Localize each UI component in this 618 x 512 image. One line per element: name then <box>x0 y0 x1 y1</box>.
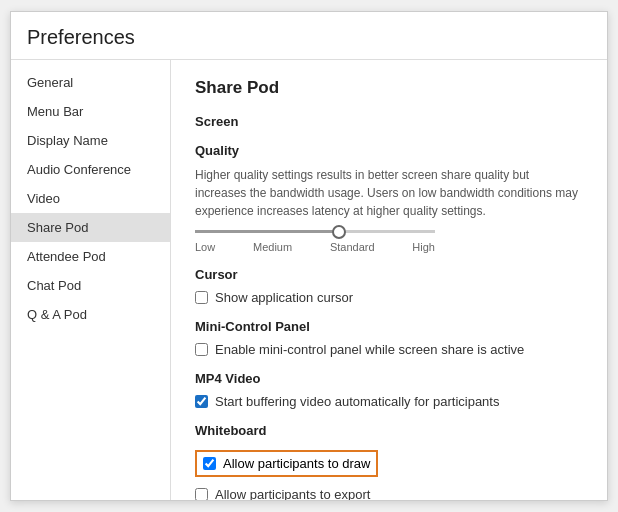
sidebar-item-audio-conference[interactable]: Audio Conference <box>11 155 170 184</box>
sidebar-item-qa-pod[interactable]: Q & A Pod <box>11 300 170 329</box>
allow-draw-label: Allow participants to draw <box>223 456 370 471</box>
whiteboard-section-title: Whiteboard <box>195 423 583 438</box>
allow-export-checkbox[interactable] <box>195 488 208 500</box>
sidebar-item-menu-bar[interactable]: Menu Bar <box>11 97 170 126</box>
slider-label-high: High <box>412 241 435 253</box>
main-heading: Share Pod <box>195 78 583 98</box>
slider-label-low: Low <box>195 241 215 253</box>
slider-track <box>195 230 435 233</box>
slider-labels: Low Medium Standard High <box>195 241 435 253</box>
sidebar-item-share-pod[interactable]: Share Pod <box>11 213 170 242</box>
sidebar-item-video[interactable]: Video <box>11 184 170 213</box>
sidebar-item-display-name[interactable]: Display Name <box>11 126 170 155</box>
sidebar-item-attendee-pod[interactable]: Attendee Pod <box>11 242 170 271</box>
allow-export-row: Allow participants to export <box>195 487 583 500</box>
slider-thumb <box>332 225 346 239</box>
show-cursor-checkbox[interactable] <box>195 291 208 304</box>
allow-draw-checkbox[interactable] <box>203 457 216 470</box>
sidebar: GeneralMenu BarDisplay NameAudio Confere… <box>11 60 171 500</box>
quality-section-title: Quality <box>195 143 583 158</box>
slider-fill <box>195 230 339 233</box>
title-bar: Preferences <box>11 12 607 60</box>
mp4-row: Start buffering video automatically for … <box>195 394 583 409</box>
screen-section-title: Screen <box>195 114 583 129</box>
show-cursor-row: Show application cursor <box>195 290 583 305</box>
mini-control-row: Enable mini-control panel while screen s… <box>195 342 583 357</box>
mini-control-label: Enable mini-control panel while screen s… <box>215 342 524 357</box>
preferences-window: Preferences GeneralMenu BarDisplay NameA… <box>10 11 608 501</box>
main-panel: Share Pod Screen Quality Higher quality … <box>171 60 607 500</box>
cursor-section-title: Cursor <box>195 267 583 282</box>
slider-label-medium: Medium <box>253 241 292 253</box>
slider-label-standard: Standard <box>330 241 375 253</box>
quality-description: Higher quality settings results in bette… <box>195 166 583 220</box>
mp4-section-title: MP4 Video <box>195 371 583 386</box>
content-area: GeneralMenu BarDisplay NameAudio Confere… <box>11 60 607 500</box>
mini-control-checkbox[interactable] <box>195 343 208 356</box>
sidebar-item-chat-pod[interactable]: Chat Pod <box>11 271 170 300</box>
mp4-label: Start buffering video automatically for … <box>215 394 499 409</box>
mp4-checkbox[interactable] <box>195 395 208 408</box>
window-title: Preferences <box>27 26 591 49</box>
mini-control-section-title: Mini-Control Panel <box>195 319 583 334</box>
allow-export-label: Allow participants to export <box>215 487 370 500</box>
allow-draw-highlighted-row: Allow participants to draw <box>195 450 378 477</box>
quality-slider-container[interactable]: Low Medium Standard High <box>195 230 583 253</box>
show-cursor-label: Show application cursor <box>215 290 353 305</box>
sidebar-item-general[interactable]: General <box>11 68 170 97</box>
